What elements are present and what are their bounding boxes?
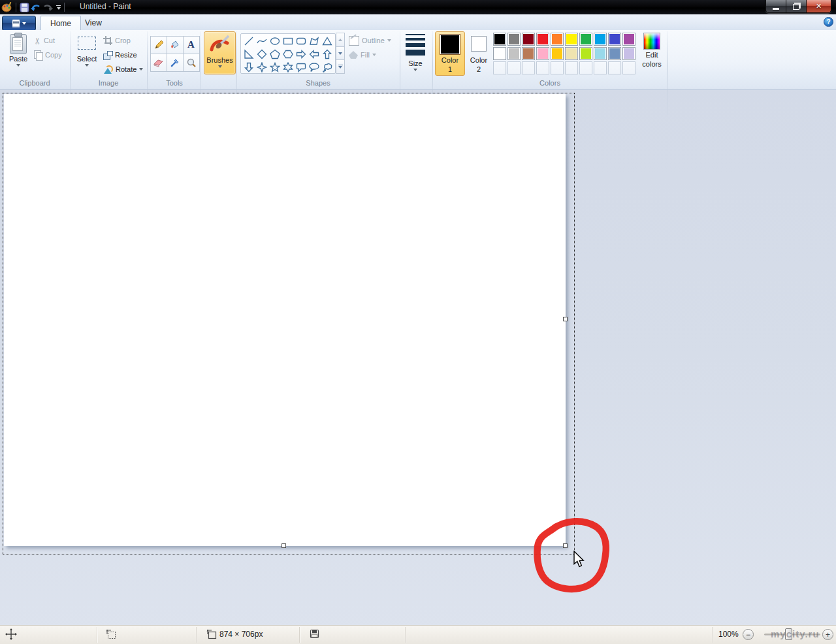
color-swatch[interactable] (622, 47, 635, 60)
shape-right-triangle-icon[interactable] (242, 48, 255, 61)
help-icon[interactable]: ? (824, 17, 833, 27)
save-icon[interactable] (20, 3, 29, 12)
color-swatch-empty[interactable] (565, 61, 578, 74)
group-divider (667, 31, 668, 115)
color-swatch[interactable] (507, 47, 521, 60)
paste-button[interactable]: Paste (5, 33, 31, 67)
color-swatch-empty[interactable] (507, 61, 521, 74)
color-swatch[interactable] (507, 33, 521, 46)
paint-app-icon[interactable] (1, 2, 12, 12)
shape-arrow-down-icon[interactable] (242, 61, 255, 74)
color-swatch-empty[interactable] (522, 61, 535, 74)
shape-six-point-star-icon[interactable] (281, 61, 295, 74)
color-swatch[interactable] (565, 47, 578, 60)
application-menu-button[interactable] (2, 16, 36, 31)
zoom-out-button[interactable]: − (743, 629, 754, 640)
color2-swatch (471, 36, 487, 52)
canvas-resize-handle-right[interactable] (563, 317, 568, 321)
image-size-icon (206, 629, 217, 639)
undo-icon[interactable] (31, 3, 41, 12)
shape-curve-icon[interactable] (255, 35, 268, 48)
color-swatch[interactable] (608, 47, 621, 60)
color-swatch[interactable] (536, 47, 549, 60)
color-swatch-empty[interactable] (551, 61, 564, 74)
color-swatch-empty[interactable] (622, 61, 635, 74)
color-swatch[interactable] (579, 33, 592, 46)
brushes-button[interactable]: Brushes (204, 31, 236, 74)
shape-rounded-callout-icon[interactable] (295, 61, 308, 74)
shape-rounded-rectangle-icon[interactable] (295, 35, 308, 48)
pencil-tool-button[interactable] (150, 36, 167, 54)
shape-polygon-icon[interactable] (308, 35, 321, 48)
close-button[interactable]: ✕ (807, 0, 831, 12)
shape-arrow-up-icon[interactable] (321, 48, 334, 61)
shape-four-point-star-icon[interactable] (255, 61, 268, 74)
shape-pentagon-icon[interactable] (268, 48, 281, 61)
color2-button[interactable]: Color 2 (466, 31, 492, 74)
canvas-resize-handle-bottom[interactable] (281, 543, 286, 548)
status-separator (405, 627, 406, 643)
fill-button[interactable]: Fill (349, 48, 376, 61)
copy-button[interactable]: Copy (34, 48, 62, 61)
fill-tool-button[interactable] (167, 36, 184, 54)
shapes-scroll-up-button[interactable] (336, 33, 345, 47)
shape-oval-icon[interactable] (268, 35, 281, 48)
color-swatch[interactable] (522, 47, 535, 60)
shape-five-point-star-icon[interactable] (268, 61, 281, 74)
shape-oval-callout-icon[interactable] (308, 61, 321, 74)
color-swatch[interactable] (551, 47, 564, 60)
shape-cloud-callout-icon[interactable] (321, 61, 334, 74)
shapes-scroll-down-button[interactable] (336, 46, 345, 61)
customize-qat-button[interactable] (56, 5, 61, 10)
color-swatch[interactable] (551, 33, 564, 46)
shapes-expand-gallery-button[interactable] (336, 59, 345, 74)
color-swatch-empty[interactable] (594, 61, 607, 74)
color-swatch[interactable] (622, 33, 635, 46)
restore-button[interactable] (786, 0, 807, 12)
color-swatch[interactable] (565, 33, 578, 46)
shape-rectangle-icon[interactable] (281, 35, 295, 48)
color-swatch-empty[interactable] (493, 61, 506, 74)
color-swatch[interactable] (493, 33, 506, 46)
select-button[interactable]: Select (74, 33, 100, 67)
tab-view-label: View (85, 18, 102, 27)
zoom-in-button[interactable]: + (822, 629, 833, 640)
color-swatch[interactable] (493, 47, 506, 60)
edit-colors-button[interactable]: Edit colors (639, 31, 664, 74)
magnifier-tool-button[interactable] (183, 54, 200, 72)
resize-label: Resize (115, 51, 137, 59)
crop-button[interactable]: Crop (103, 34, 131, 47)
tab-view[interactable]: View (76, 16, 111, 30)
color-swatch[interactable] (594, 33, 607, 46)
color-swatch[interactable] (608, 33, 621, 46)
text-tool-button[interactable]: A (183, 36, 200, 54)
rotate-icon (103, 65, 113, 74)
cut-button[interactable]: ✂ Cut (34, 34, 55, 47)
color-swatch[interactable] (536, 33, 549, 46)
minimize-button[interactable] (766, 0, 786, 12)
color-swatch[interactable] (594, 47, 607, 60)
tab-home[interactable]: Home (40, 16, 81, 31)
shape-triangle-icon[interactable] (321, 35, 334, 48)
shape-arrow-left-icon[interactable] (308, 48, 321, 61)
color-swatch-empty[interactable] (536, 61, 549, 74)
color-picker-tool-button[interactable] (167, 54, 184, 72)
eraser-tool-button[interactable] (150, 54, 167, 72)
color-swatch[interactable] (579, 47, 592, 60)
shape-arrow-right-icon[interactable] (295, 48, 308, 61)
size-button[interactable]: Size (401, 31, 430, 73)
color-swatch-empty[interactable] (579, 61, 592, 74)
resize-button[interactable]: Resize (103, 48, 137, 61)
color-swatch[interactable] (522, 33, 535, 46)
outline-button[interactable]: Outline (349, 34, 391, 47)
size-icon (406, 34, 425, 56)
resize-icon (103, 51, 112, 59)
color-swatch-empty[interactable] (608, 61, 621, 74)
color1-button[interactable]: Color 1 (435, 31, 465, 76)
cut-icon: ✂ (33, 37, 42, 44)
shape-diamond-icon[interactable] (255, 48, 268, 61)
shape-hexagon-icon[interactable] (281, 48, 295, 61)
shape-line-icon[interactable] (242, 35, 255, 48)
rotate-button[interactable]: Rotate (103, 63, 143, 76)
redo-icon[interactable] (42, 3, 53, 12)
